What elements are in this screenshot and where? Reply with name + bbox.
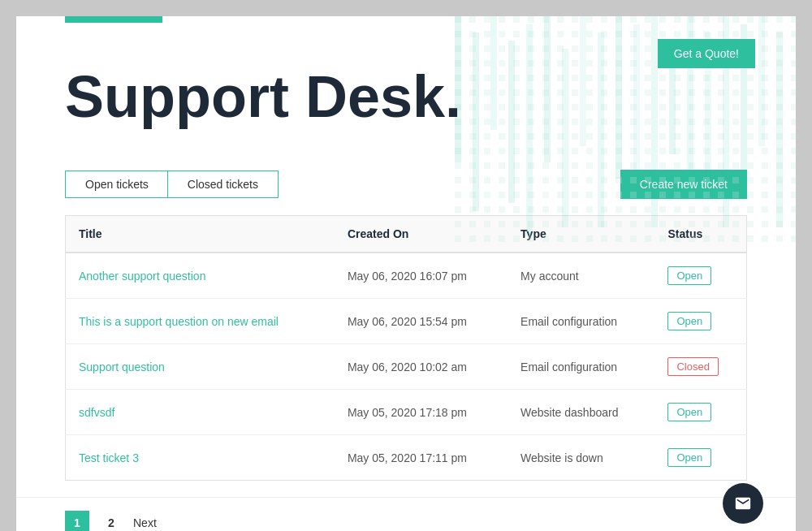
- page-2-button[interactable]: 2: [99, 511, 123, 531]
- ticket-title-link[interactable]: Another support question: [79, 270, 205, 283]
- ticket-title-cell: This is a support question on new email: [66, 299, 335, 344]
- tickets-table-container: Title Created On Type Status Another sup…: [16, 199, 796, 497]
- ticket-title-cell: Support question: [66, 344, 335, 390]
- tab-closed-tickets[interactable]: Closed tickets: [167, 171, 279, 198]
- ticket-date-cell: May 05, 2020 17:11 pm: [335, 435, 508, 481]
- ticket-type-cell: My account: [508, 253, 654, 299]
- tabs-row: Open tickets Closed tickets Create new t…: [16, 170, 796, 199]
- col-created-on: Created On: [335, 216, 508, 253]
- ticket-status-cell: Open: [654, 390, 746, 435]
- mail-icon: [734, 494, 752, 512]
- tab-open-tickets[interactable]: Open tickets: [65, 171, 168, 198]
- status-badge: Open: [667, 312, 711, 330]
- ticket-status-cell: Open: [654, 435, 746, 481]
- ticket-type-cell: Email configuration: [508, 344, 654, 390]
- ticket-status-cell: Open: [654, 253, 746, 299]
- table-row: Support questionMay 06, 2020 10:02 amEma…: [66, 344, 747, 390]
- ticket-title-cell: Test ticket 3: [66, 435, 335, 481]
- ticket-type-cell: Email configuration: [508, 299, 654, 344]
- col-type: Type: [508, 216, 654, 253]
- ticket-status-cell: Open: [654, 299, 746, 344]
- table-header-row: Title Created On Type Status: [66, 216, 747, 253]
- table-row: sdfvsdfMay 05, 2020 17:18 pmWebsite dash…: [66, 390, 747, 435]
- page-title: Support Desk.: [65, 65, 747, 129]
- page-wrapper: Get a Quote! Support Desk. Open tickets …: [16, 16, 796, 531]
- ticket-title-link[interactable]: This is a support question on new email: [79, 315, 279, 328]
- ticket-type-cell: Website is down: [508, 435, 654, 481]
- table-row: This is a support question on new emailM…: [66, 299, 747, 344]
- ticket-title-cell: Another support question: [66, 253, 335, 299]
- ticket-title-cell: sdfvsdf: [66, 390, 335, 435]
- tickets-table: Title Created On Type Status Another sup…: [65, 215, 747, 481]
- ticket-date-cell: May 05, 2020 17:18 pm: [335, 390, 508, 435]
- ticket-date-cell: May 06, 2020 16:07 pm: [335, 253, 508, 299]
- pagination: 1 2 Next: [16, 497, 796, 531]
- status-badge: Closed: [667, 357, 718, 376]
- ticket-title-link[interactable]: Support question: [79, 360, 165, 373]
- ticket-type-cell: Website dashboard: [508, 390, 654, 435]
- table-row: Another support questionMay 06, 2020 16:…: [66, 253, 747, 299]
- table-row: Test ticket 3May 05, 2020 17:11 pmWebsit…: [66, 435, 747, 481]
- ticket-status-cell: Closed: [654, 344, 746, 390]
- status-badge: Open: [667, 266, 711, 285]
- status-badge: Open: [667, 403, 711, 421]
- page-1-button[interactable]: 1: [65, 511, 89, 531]
- hero-section: Support Desk.: [16, 16, 796, 170]
- create-ticket-button[interactable]: Create new ticket: [620, 170, 747, 199]
- col-title: Title: [66, 216, 335, 253]
- status-badge: Open: [667, 448, 711, 467]
- page-next-button[interactable]: Next: [133, 516, 157, 529]
- col-status: Status: [654, 216, 746, 253]
- ticket-title-link[interactable]: sdfvsdf: [79, 406, 114, 419]
- mail-fab-button[interactable]: [723, 483, 763, 524]
- ticket-date-cell: May 06, 2020 15:54 pm: [335, 299, 508, 344]
- ticket-date-cell: May 06, 2020 10:02 am: [335, 344, 508, 390]
- ticket-title-link[interactable]: Test ticket 3: [79, 451, 139, 464]
- tab-group: Open tickets Closed tickets: [65, 171, 278, 198]
